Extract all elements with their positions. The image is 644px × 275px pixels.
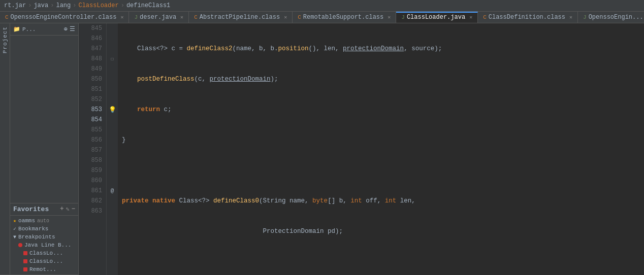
- tab-icon-c4: C: [298, 14, 301, 20]
- tab-icon-c1: C: [5, 14, 9, 20]
- line-num-848: 848: [81, 54, 102, 64]
- line-numbers: 845 846 847 848 849 850 851 852 853 854 …: [79, 23, 107, 275]
- project-panel-label: Project: [0, 23, 10, 274]
- tab-label-4: RemotableSupport.class: [303, 14, 383, 21]
- code-line-849: [122, 165, 640, 176]
- arrow-icon: ▼: [13, 234, 16, 240]
- tab-classloader[interactable]: J ClassLoader.java ✕: [396, 12, 478, 23]
- tab-label-7: OpenssoEngin...: [589, 14, 643, 21]
- fav-subsubitem-label: Remot...: [29, 266, 56, 272]
- gutter-854: [107, 115, 118, 125]
- line-num-846: 846: [81, 33, 102, 44]
- code-line-848: }: [122, 135, 640, 145]
- bulb-icon[interactable]: 💡: [109, 106, 116, 114]
- code-line-852: [122, 257, 640, 267]
- favorites-panel: Favorites + ✎ − ★ oamms auto: [10, 203, 78, 274]
- fav-item-breakpoints[interactable]: ▼ Breakpoints: [10, 233, 78, 241]
- tab-icon-j7: J: [583, 14, 587, 20]
- tab-icon-j5: J: [401, 14, 405, 20]
- red-dot-icon: [18, 243, 22, 247]
- tab-classdefinition[interactable]: C ClassDefinition.class ✕: [478, 12, 578, 23]
- check-icon: ✓: [13, 226, 16, 232]
- red-square-icon: [23, 259, 27, 263]
- breadcrumb-lang: lang: [56, 2, 71, 9]
- line-num-859: 859: [81, 165, 102, 176]
- gutter-850: [107, 74, 118, 84]
- line-num-845: 845: [81, 23, 102, 33]
- line-num-857: 857: [81, 145, 102, 155]
- left-panel: Project 📁 P... ⊕ ☰ Favorites +: [0, 23, 79, 275]
- tab-opensso-engine-controller[interactable]: C OpenssoEngineController.class ✕: [0, 12, 129, 23]
- main-area: Project 📁 P... ⊕ ☰ Favorites +: [0, 23, 644, 275]
- code-line-847: return c;: [122, 105, 640, 115]
- sidebar-content: [10, 36, 78, 203]
- line-num-854: 854: [81, 115, 102, 125]
- tab-close-3[interactable]: ✕: [284, 14, 287, 20]
- title-bar: rt.jar › java › lang › ClassLoader › def…: [0, 0, 644, 12]
- tab-icon-c6: C: [483, 14, 487, 20]
- red-square-icon: [23, 251, 27, 255]
- gutter-856: [107, 135, 118, 145]
- line-num-860: 860: [81, 176, 102, 186]
- sidebar-add-icon[interactable]: ⊕: [64, 25, 68, 33]
- tab-abstractpipeline[interactable]: C AbstractPipeline.class ✕: [189, 12, 293, 23]
- line-num-851: 851: [81, 84, 102, 94]
- tab-close-1[interactable]: ✕: [120, 14, 123, 20]
- tab-label-6: ClassDefinition.class: [489, 14, 565, 21]
- code-line-851: ProtectionDomain pd);: [122, 226, 640, 236]
- fav-subsubitem-2[interactable]: ClassLo...: [10, 257, 78, 265]
- editor-area[interactable]: 845 846 847 848 849 850 851 852 853 854 …: [79, 23, 644, 275]
- fav-subsubitem-3[interactable]: Remot...: [10, 265, 78, 273]
- gutter-852: [107, 94, 118, 105]
- fav-item-suffix: auto: [37, 218, 49, 224]
- fav-edit-btn[interactable]: ✎: [66, 205, 70, 213]
- sidebar-toolbar: 📁 P... ⊕ ☰: [10, 23, 78, 36]
- bookmark-icon: ◻: [111, 56, 114, 62]
- gutter-858: [107, 155, 118, 165]
- fav-subitem-label: Java Line B...: [24, 242, 71, 248]
- sidebar-settings-icon[interactable]: ☰: [70, 25, 75, 33]
- code-line-845: Class<?> c = defineClass2(name, b, b.pos…: [122, 44, 640, 54]
- gutter: ◻ 💡 @: [107, 23, 118, 275]
- gutter-853: 💡: [107, 105, 118, 115]
- code-container[interactable]: 845 846 847 848 849 850 851 852 853 854 …: [79, 23, 644, 275]
- fav-item-oamms[interactable]: ★ oamms auto: [10, 217, 78, 225]
- gutter-855: [107, 125, 118, 135]
- favorites-header: Favorites + ✎ −: [10, 203, 78, 216]
- code-lines[interactable]: Class<?> c = defineClass2(name, b, b.pos…: [118, 23, 644, 275]
- sidebar-project-name: P...: [22, 26, 62, 32]
- breadcrumb-jar: rt.jar: [4, 2, 26, 9]
- tab-close-6[interactable]: ✕: [569, 14, 572, 20]
- sidebar-project-label: 📁: [13, 26, 20, 32]
- tab-icon-j2: J: [134, 14, 138, 20]
- fav-item-label: Bookmarks: [18, 226, 48, 232]
- line-num-852: 852: [81, 94, 102, 105]
- fav-subsubitem-1[interactable]: ClassLo...: [10, 249, 78, 257]
- gutter-862: [107, 196, 118, 206]
- gutter-857: [107, 145, 118, 155]
- line-num-847: 847: [81, 44, 102, 54]
- tab-label-5: ClassLoader.java: [407, 14, 465, 21]
- tab-bar: C OpenssoEngineController.class ✕ J dese…: [0, 12, 644, 23]
- gutter-849: [107, 64, 118, 74]
- tab-opensso-engin2[interactable]: J OpenssoEngin...: [578, 12, 644, 23]
- tab-label-1: OpenssoEngineController.class: [11, 14, 117, 21]
- tab-close-5[interactable]: ✕: [469, 14, 472, 20]
- fav-add-btn[interactable]: +: [60, 205, 63, 213]
- code-line-846: postDefineClass(c, protectionDomain);: [122, 74, 640, 84]
- line-num-863: 863: [81, 206, 102, 216]
- at-sign-icon: @: [111, 188, 114, 194]
- red-square-icon: [23, 267, 27, 271]
- fav-item-label: oamms: [18, 218, 35, 224]
- tab-deser[interactable]: J deser.java ✕: [129, 12, 189, 23]
- fav-subitem-javaline[interactable]: Java Line B...: [10, 241, 78, 249]
- tab-close-2[interactable]: ✕: [180, 14, 183, 20]
- tab-close-4[interactable]: ✕: [388, 14, 391, 20]
- fav-remove-btn[interactable]: −: [72, 205, 75, 213]
- gutter-861: @: [107, 186, 118, 196]
- fav-item-bookmarks[interactable]: ✓ Bookmarks: [10, 225, 78, 233]
- breadcrumb-classloader[interactable]: ClassLoader: [78, 2, 118, 9]
- gutter-847: [107, 44, 118, 54]
- gutter-859: [107, 165, 118, 176]
- tab-remotablesupport[interactable]: C RemotableSupport.class ✕: [293, 12, 396, 23]
